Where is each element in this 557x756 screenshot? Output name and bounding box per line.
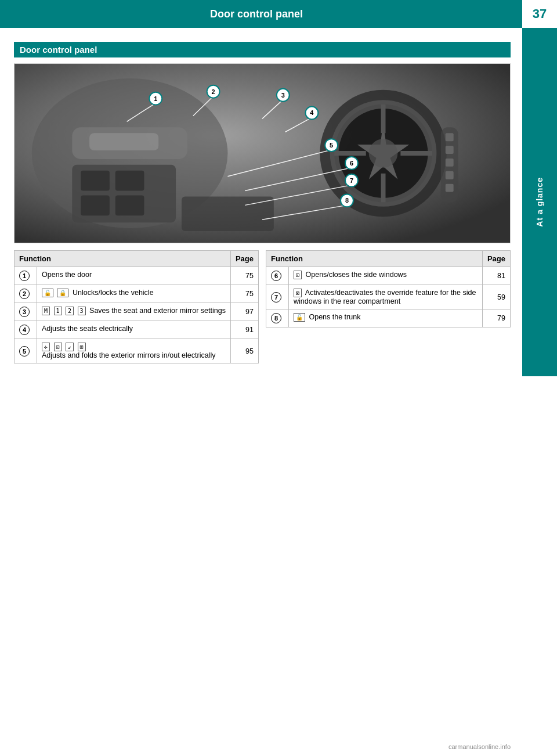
row-function: 🔓 Opens the trunk bbox=[289, 309, 483, 327]
svg-text:4: 4 bbox=[310, 109, 313, 116]
svg-rect-6 bbox=[115, 171, 144, 191]
row-num: 2 bbox=[15, 285, 37, 303]
row-page: 97 bbox=[230, 303, 258, 321]
section-title: Door control panel bbox=[20, 45, 97, 55]
row-page: 75 bbox=[230, 285, 258, 303]
icon-adjust1: ✛ bbox=[42, 343, 50, 351]
sidebar-label: At a glance bbox=[535, 177, 544, 227]
car-image: 1 2 3 4 5 6 7 8 P92.10-4435-31 bbox=[14, 63, 511, 243]
row-page: 81 bbox=[482, 267, 510, 285]
svg-rect-19 bbox=[446, 133, 454, 141]
top-header: Door control panel 37 bbox=[0, 0, 557, 28]
row-num: 4 bbox=[15, 321, 37, 339]
icon-trunk: 🔓 bbox=[294, 313, 305, 322]
left-col-function: Function bbox=[15, 251, 231, 267]
row-function: 🔓 🔒 Unlocks/locks the vehicle bbox=[37, 285, 231, 303]
icon-2: 2 bbox=[66, 307, 74, 315]
svg-text:3: 3 bbox=[281, 92, 285, 99]
row-num: 1 bbox=[15, 267, 37, 285]
row-page: 91 bbox=[230, 321, 258, 339]
right-table: Function Page 6 ⊡ Opens/closes the side … bbox=[266, 250, 511, 327]
svg-rect-24 bbox=[182, 196, 274, 231]
table-row: 8 🔓 Opens the trunk 79 bbox=[266, 309, 511, 327]
header-title: Door control panel bbox=[0, 8, 513, 20]
row-function: Opens the door bbox=[37, 267, 231, 285]
svg-text:8: 8 bbox=[345, 197, 349, 204]
table-row: 2 🔓 🔒 Unlocks/locks the vehicle 75 bbox=[15, 285, 259, 303]
page-number-box: 37 bbox=[522, 0, 557, 28]
svg-text:5: 5 bbox=[330, 142, 333, 149]
row-num: 5 bbox=[15, 339, 37, 363]
footer: carmanualsonline.info bbox=[449, 743, 511, 750]
svg-text:6: 6 bbox=[350, 160, 353, 167]
svg-rect-5 bbox=[81, 171, 110, 191]
icon-adjust3: ↙ bbox=[66, 343, 74, 351]
section-header: Door control panel bbox=[14, 42, 511, 57]
table-row: 7 ⊠ Activates/deactivates the override f… bbox=[266, 285, 511, 309]
row-function: ⊠ Activates/deactivates the override fea… bbox=[289, 285, 483, 309]
row-page: 59 bbox=[482, 285, 510, 309]
icon-lock: 🔒 bbox=[57, 289, 68, 297]
icon-window: ⊡ bbox=[294, 271, 302, 279]
svg-rect-23 bbox=[446, 184, 454, 192]
row-function: M 1 2 3 Saves the seat and exterior mirr… bbox=[37, 303, 231, 321]
row-num: 6 bbox=[266, 267, 289, 285]
svg-rect-3 bbox=[89, 133, 158, 150]
icon-adjust2: ⊡ bbox=[54, 343, 62, 351]
icon-unlock: 🔓 bbox=[42, 289, 53, 297]
right-table-wrapper: Function Page 6 ⊡ Opens/closes the side … bbox=[266, 250, 511, 363]
icon-override: ⊠ bbox=[294, 289, 302, 297]
row-num: 7 bbox=[266, 285, 289, 309]
right-col-page: Page bbox=[482, 251, 510, 267]
svg-text:2: 2 bbox=[212, 88, 215, 95]
svg-rect-7 bbox=[81, 195, 110, 215]
table-row: 5 ✛ ⊡ ↙ ⊞ Adjusts and folds the exterior… bbox=[15, 339, 259, 363]
icon-m: M bbox=[42, 307, 50, 315]
page-number: 37 bbox=[533, 6, 547, 21]
row-num: 8 bbox=[266, 309, 289, 327]
table-row: 4 Adjusts the seats electrically 91 bbox=[15, 321, 259, 339]
svg-text:7: 7 bbox=[350, 177, 353, 184]
right-col-function: Function bbox=[266, 251, 483, 267]
table-row: 6 ⊡ Opens/closes the side windows 81 bbox=[266, 267, 511, 285]
row-page: 95 bbox=[230, 339, 258, 363]
svg-rect-8 bbox=[115, 195, 144, 215]
left-col-page: Page bbox=[230, 251, 258, 267]
table-row: 1 Opens the door 75 bbox=[15, 267, 259, 285]
icon-3: 3 bbox=[78, 307, 86, 315]
svg-point-12 bbox=[369, 139, 398, 168]
row-function: ✛ ⊡ ↙ ⊞ Adjusts and folds the exterior m… bbox=[37, 339, 231, 363]
row-page: 79 bbox=[482, 309, 510, 327]
left-table-wrapper: Function Page 1 Opens the door 75 bbox=[14, 250, 259, 363]
svg-rect-21 bbox=[446, 159, 454, 167]
row-function: ⊡ Opens/closes the side windows bbox=[289, 267, 483, 285]
icon-1: 1 bbox=[54, 307, 62, 315]
svg-rect-22 bbox=[446, 171, 454, 179]
row-page: 75 bbox=[230, 267, 258, 285]
svg-rect-20 bbox=[446, 146, 454, 154]
svg-text:1: 1 bbox=[154, 95, 157, 102]
tables-row: Function Page 1 Opens the door 75 bbox=[14, 250, 511, 363]
icon-adjust4: ⊞ bbox=[78, 343, 86, 351]
row-num: 3 bbox=[15, 303, 37, 321]
main-content: Door control panel bbox=[0, 28, 557, 377]
table-row: 3 M 1 2 3 Saves the seat and exterior mi… bbox=[15, 303, 259, 321]
row-function: Adjusts the seats electrically bbox=[37, 321, 231, 339]
left-table: Function Page 1 Opens the door 75 bbox=[14, 250, 259, 363]
right-sidebar: At a glance bbox=[522, 28, 557, 376]
